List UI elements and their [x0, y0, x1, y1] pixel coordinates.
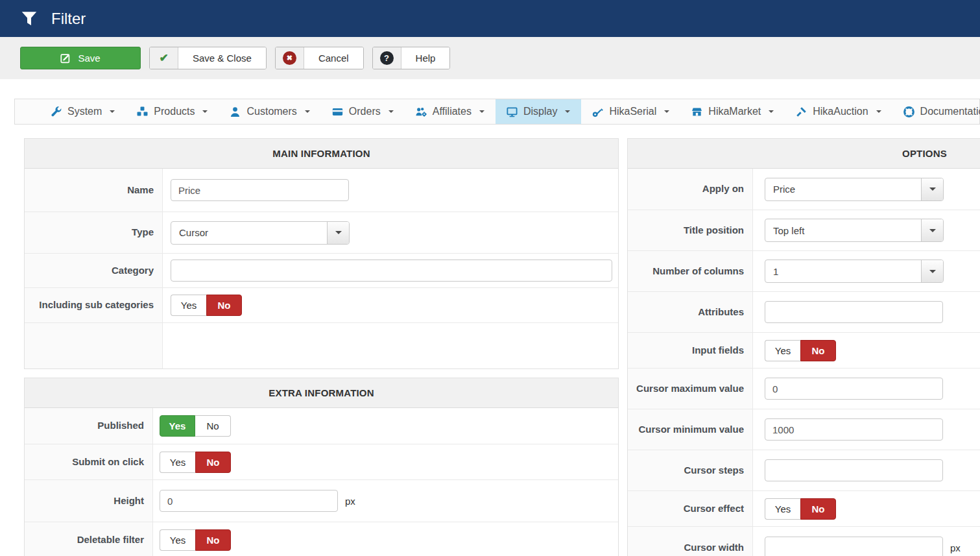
monitor-icon: [507, 106, 518, 117]
question-circle-icon: ?: [373, 47, 401, 69]
menu-item-hikaserial[interactable]: HikaSerial: [581, 99, 680, 124]
field-label: Category: [25, 254, 163, 287]
credit-card-icon: [332, 106, 343, 117]
name-input[interactable]: [171, 179, 349, 201]
pencil-square-icon: [60, 53, 71, 64]
main-menu-bar: System Products Customers Orders Affilia…: [14, 99, 980, 125]
category-input[interactable]: [171, 260, 612, 282]
field-label: Name: [25, 169, 163, 212]
panel-title: EXTRA INFORMATION: [25, 378, 618, 408]
cancel-label: Cancel: [304, 47, 363, 69]
save-label: Save: [78, 53, 100, 64]
menu-item-orders[interactable]: Orders: [321, 99, 405, 124]
chevron-down-icon[interactable]: [327, 222, 349, 244]
toggle-no-button[interactable]: No: [195, 452, 231, 473]
field-label: Published: [25, 408, 153, 444]
menu-item-system[interactable]: System: [40, 99, 126, 124]
toggle-yes-button[interactable]: Yes: [160, 529, 195, 551]
toggle-yes-button[interactable]: Yes: [160, 415, 195, 437]
help-button[interactable]: ? Help: [372, 47, 451, 69]
cursor-steps-input[interactable]: [765, 459, 943, 481]
chevron-down-icon[interactable]: [921, 260, 943, 282]
deletable-filter-toggle: Yes No: [160, 529, 231, 551]
toggle-yes-button[interactable]: Yes: [160, 452, 195, 473]
row-input-fields: Input fields Yes No: [628, 332, 980, 368]
field-label: Cursor maximum value: [628, 369, 753, 409]
page-title: Filter: [51, 10, 86, 28]
submit-on-click-toggle: Yes No: [160, 452, 231, 473]
field-label: Cursor steps: [628, 450, 753, 490]
chevron-down-icon: [664, 110, 669, 113]
unit-label: px: [950, 542, 961, 553]
menu-item-products[interactable]: Products: [126, 99, 219, 124]
main-information-panel: MAIN INFORMATION Name Type Cursor: [24, 138, 619, 369]
field-label: Number of columns: [628, 251, 753, 291]
title-bar: Filter: [0, 0, 980, 37]
row-attributes: Attributes: [628, 291, 980, 332]
row-title-position: Title position Top left: [628, 210, 980, 250]
published-toggle: Yes No: [160, 415, 231, 437]
chevron-down-icon: [769, 110, 774, 113]
chevron-down-icon: [876, 110, 881, 113]
menu-item-hikamarket[interactable]: HikaMarket: [680, 99, 785, 124]
extra-information-panel: EXTRA INFORMATION Published Yes No Submi…: [24, 378, 619, 556]
menu-item-customers[interactable]: Customers: [219, 99, 320, 124]
menu-item-affiliates[interactable]: Affiliates: [405, 99, 496, 124]
toggle-no-button[interactable]: No: [206, 295, 242, 316]
number-of-columns-select[interactable]: 1: [765, 260, 944, 283]
field-label: Input fields: [628, 333, 753, 368]
title-position-select[interactable]: Top left: [765, 219, 944, 242]
cursor-maximum-value-input[interactable]: [765, 378, 943, 400]
menu-item-hikaauction[interactable]: HikaAuction: [785, 99, 892, 124]
user-icon: [230, 106, 241, 117]
wrench-icon: [51, 106, 62, 117]
toggle-no-button[interactable]: No: [195, 415, 231, 437]
field-label: Cursor effect: [628, 491, 753, 526]
chevron-down-icon[interactable]: [921, 219, 943, 241]
apply-on-select[interactable]: Price: [765, 178, 944, 201]
toggle-no-button[interactable]: No: [800, 498, 836, 520]
menu-item-documentation[interactable]: Documentation: [892, 99, 980, 124]
field-label: Attributes: [628, 292, 753, 332]
cancel-circle-icon: ✖: [276, 47, 304, 69]
row-cursor-width: Cursor width px: [628, 526, 980, 556]
toggle-no-button[interactable]: No: [800, 340, 836, 361]
chevron-down-icon[interactable]: [921, 178, 943, 200]
store-icon: [691, 106, 702, 117]
save-button[interactable]: Save: [20, 47, 141, 69]
row-cursor-steps: Cursor steps: [628, 450, 980, 490]
row-number-of-columns: Number of columns 1: [628, 250, 980, 291]
row-height: Height px: [25, 479, 618, 522]
users-gear-icon: [416, 106, 427, 117]
toggle-yes-button[interactable]: Yes: [171, 295, 206, 316]
row-including-sub-categories: Including sub categories Yes No: [25, 287, 618, 322]
chevron-down-icon: [388, 110, 394, 113]
panel-title: MAIN INFORMATION: [25, 139, 618, 169]
row-empty: [25, 322, 618, 369]
row-apply-on: Apply on Price: [628, 169, 980, 210]
save-and-close-button[interactable]: ✔ Save & Close: [149, 47, 267, 69]
filter-icon: [21, 11, 37, 27]
chevron-down-icon: [110, 110, 115, 113]
unit-label: px: [345, 496, 355, 507]
toggle-yes-button[interactable]: Yes: [765, 498, 800, 520]
row-cursor-minimum-value: Cursor minimum value: [628, 409, 980, 450]
cursor-minimum-value-input[interactable]: [765, 418, 943, 441]
check-icon: ✔: [150, 47, 178, 69]
attributes-input[interactable]: [765, 301, 943, 323]
row-cursor-maximum-value: Cursor maximum value: [628, 368, 980, 409]
type-select[interactable]: Cursor: [171, 221, 350, 245]
content-area: MAIN INFORMATION Name Type Cursor: [0, 125, 980, 556]
field-label: Cursor minimum value: [628, 409, 753, 450]
key-icon: [592, 106, 603, 117]
cursor-width-input[interactable]: [765, 537, 943, 556]
input-fields-toggle: Yes No: [765, 340, 836, 361]
height-input[interactable]: [160, 490, 338, 512]
cancel-button[interactable]: ✖ Cancel: [275, 47, 364, 69]
toggle-no-button[interactable]: No: [195, 529, 231, 551]
toggle-yes-button[interactable]: Yes: [765, 340, 800, 361]
chevron-down-icon: [202, 110, 208, 113]
row-deletable-filter: Deletable filter Yes No: [25, 522, 618, 556]
row-submit-on-click: Submit on click Yes No: [25, 444, 618, 479]
menu-item-display[interactable]: Display: [496, 99, 581, 124]
